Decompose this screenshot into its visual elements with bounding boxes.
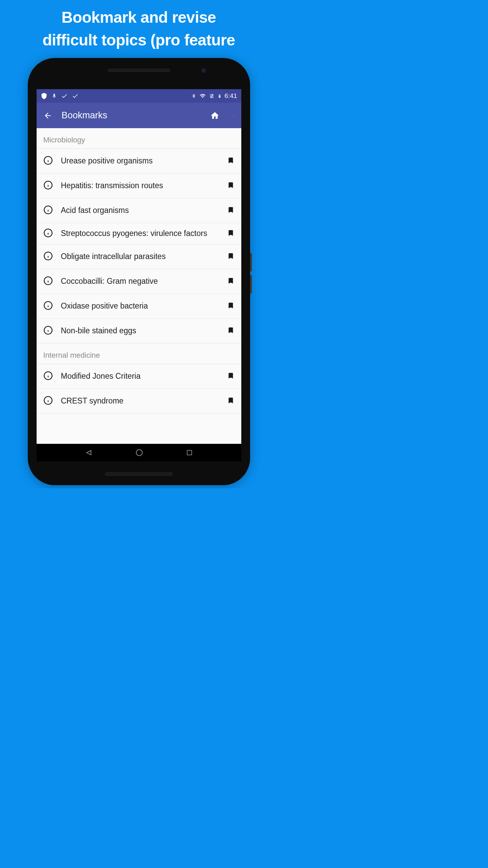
list-item-label: CREST syndrome bbox=[61, 396, 219, 406]
home-button[interactable] bbox=[210, 111, 220, 120]
svg-rect-31 bbox=[187, 451, 191, 455]
list-item[interactable]: Acid fast organisms bbox=[37, 198, 241, 223]
list-item[interactable]: Coccobacilli: Gram negative bbox=[37, 269, 241, 294]
section-header-microbiology: Microbiology bbox=[37, 128, 241, 149]
content-list[interactable]: Microbiology Urease positive organisms H… bbox=[37, 128, 241, 444]
info-icon[interactable] bbox=[43, 326, 53, 336]
phone-side-button bbox=[250, 253, 252, 272]
bookmark-icon[interactable] bbox=[227, 228, 235, 239]
check-icon bbox=[61, 93, 68, 99]
bookmark-icon[interactable] bbox=[227, 371, 235, 382]
promo-heading: Bookmark and revise difficult topics (pr… bbox=[0, 0, 278, 51]
info-icon[interactable] bbox=[43, 251, 53, 262]
info-icon[interactable] bbox=[43, 205, 53, 216]
app-bar-title: Bookmarks bbox=[62, 110, 201, 121]
phone-screen: 6:41 Bookmarks Microbiology Ure bbox=[37, 89, 241, 461]
info-icon[interactable] bbox=[43, 180, 53, 191]
list-item-label: Oxidase positive bacteria bbox=[61, 301, 219, 311]
phone-mockup-frame: 6:41 Bookmarks Microbiology Ure bbox=[28, 58, 250, 485]
list-item-label: Non-bile stained eggs bbox=[61, 326, 219, 336]
wifi-icon bbox=[199, 93, 206, 99]
svg-point-30 bbox=[136, 450, 142, 456]
list-item[interactable]: Urease positive organisms bbox=[37, 149, 241, 174]
list-item[interactable]: Obligate intracellular parasites bbox=[37, 244, 241, 269]
status-bar: 6:41 bbox=[37, 89, 241, 103]
list-item[interactable]: Hepatitis: transmission routes bbox=[37, 174, 241, 198]
list-item[interactable]: Streptococcus pyogenes: virulence factor… bbox=[37, 223, 241, 244]
bluetooth-icon bbox=[191, 93, 196, 99]
list-item-label: Coccobacilli: Gram negative bbox=[61, 276, 219, 287]
check-icon bbox=[72, 93, 79, 99]
more-button[interactable] bbox=[232, 111, 235, 120]
bookmark-icon[interactable] bbox=[227, 301, 235, 312]
list-item-label: Urease positive organisms bbox=[61, 156, 219, 166]
bookmark-icon[interactable] bbox=[227, 156, 235, 166]
list-item-label: Streptococcus pyogenes: virulence factor… bbox=[61, 229, 219, 239]
nav-back-button[interactable] bbox=[85, 449, 93, 456]
info-icon[interactable] bbox=[43, 228, 53, 239]
info-icon[interactable] bbox=[43, 301, 53, 312]
list-item[interactable]: Non-bile stained eggs bbox=[37, 319, 241, 343]
info-icon[interactable] bbox=[43, 156, 53, 166]
info-icon[interactable] bbox=[43, 371, 53, 382]
bookmark-icon[interactable] bbox=[227, 276, 235, 287]
nav-recent-button[interactable] bbox=[186, 449, 193, 456]
phone-camera bbox=[201, 68, 206, 73]
mic-icon bbox=[52, 93, 57, 99]
no-sim-icon bbox=[209, 93, 215, 99]
shield-icon bbox=[41, 93, 47, 99]
bookmark-icon[interactable] bbox=[227, 326, 235, 336]
bookmark-icon[interactable] bbox=[227, 396, 235, 407]
navigation-bar bbox=[37, 444, 241, 461]
list-item[interactable]: CREST syndrome bbox=[37, 389, 241, 414]
status-time: 6:41 bbox=[225, 92, 237, 100]
phone-speaker-top bbox=[107, 69, 170, 72]
bookmark-icon[interactable] bbox=[227, 180, 235, 191]
list-item-label: Obligate intracellular parasites bbox=[61, 252, 219, 262]
promo-line-2: difficult topics (pro feature bbox=[42, 31, 235, 49]
battery-icon bbox=[218, 93, 222, 99]
promo-line-1: Bookmark and revise bbox=[62, 8, 216, 26]
bookmark-icon[interactable] bbox=[227, 205, 235, 216]
app-bar: Bookmarks bbox=[37, 103, 241, 128]
list-item-label: Modified Jones Criteria bbox=[61, 371, 219, 381]
info-icon[interactable] bbox=[43, 276, 53, 287]
back-button[interactable] bbox=[43, 111, 52, 120]
status-bar-left bbox=[41, 93, 79, 99]
list-item-label: Hepatitis: transmission routes bbox=[61, 181, 219, 191]
phone-side-button bbox=[250, 275, 252, 294]
info-icon[interactable] bbox=[43, 396, 53, 407]
list-item[interactable]: Oxidase positive bacteria bbox=[37, 294, 241, 319]
list-item-label: Acid fast organisms bbox=[61, 205, 219, 216]
section-header-internal-medicine: Internal medicine bbox=[37, 343, 241, 364]
status-bar-right: 6:41 bbox=[191, 92, 237, 100]
nav-home-button[interactable] bbox=[135, 449, 143, 457]
list-item[interactable]: Modified Jones Criteria bbox=[37, 364, 241, 389]
bookmark-icon[interactable] bbox=[227, 251, 235, 262]
phone-speaker-bottom bbox=[105, 472, 173, 476]
